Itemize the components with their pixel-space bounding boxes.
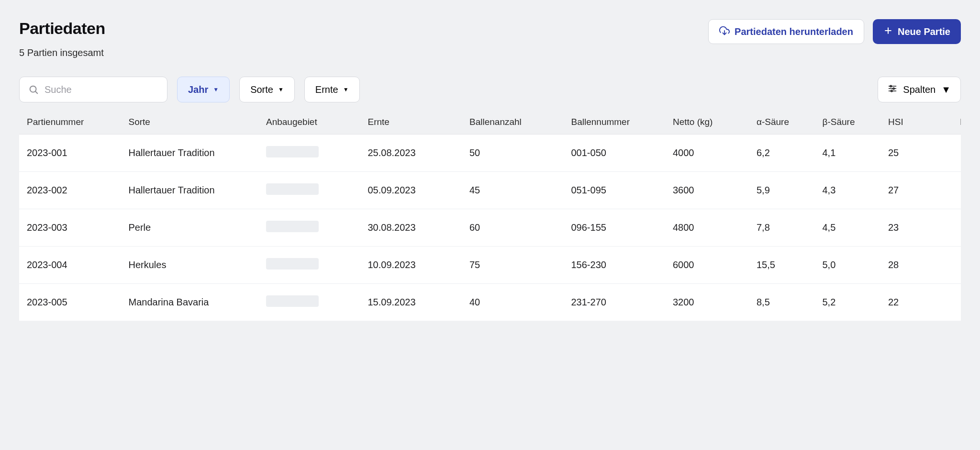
header-row: Partiedaten 5 Partien insgesamt Partieda… xyxy=(19,19,961,58)
svg-point-0 xyxy=(30,86,36,92)
cell-netto: 4000 xyxy=(665,135,749,172)
cell-alpha: 6,2 xyxy=(749,135,815,172)
table-row[interactable]: 2023-005Mandarina Bavaria15.09.202340231… xyxy=(19,284,961,321)
cell-ballennummer: 231-270 xyxy=(564,284,666,321)
new-partie-button[interactable]: Neue Partie xyxy=(873,19,961,44)
cell-hsi: 22 xyxy=(880,284,952,321)
table-scroll[interactable]: Partienummer Sorte Anbaugebiet Ernte Bal… xyxy=(19,110,961,321)
filter-variety[interactable]: Sorte ▼ xyxy=(239,77,295,102)
skeleton-placeholder xyxy=(266,183,319,195)
th-alpha[interactable]: α-Säure xyxy=(749,110,815,135)
search-field[interactable] xyxy=(19,77,167,102)
cell-ballenanzahl: 60 xyxy=(462,209,564,247)
controls-row: Jahr ▼ Sorte ▼ Ernte ▼ Spalten ▼ xyxy=(19,77,961,102)
cell-netto: 3200 xyxy=(665,284,749,321)
cell-hsi: 28 xyxy=(880,247,952,284)
download-button-label: Partiedaten herunterladen xyxy=(735,26,853,37)
th-anbaugebiet[interactable]: Anbaugebiet xyxy=(258,110,360,135)
cell-pflanzensch: EU-MRL xyxy=(952,172,961,209)
table-row[interactable]: 2023-001Hallertauer Tradition25.08.20235… xyxy=(19,135,961,172)
cell-anbaugebiet xyxy=(258,247,360,284)
search-input[interactable] xyxy=(45,84,158,95)
filter-variety-label: Sorte xyxy=(250,84,273,95)
filter-harvest[interactable]: Ernte ▼ xyxy=(304,77,360,102)
cell-ernte: 05.09.2023 xyxy=(360,172,462,209)
filter-harvest-label: Ernte xyxy=(315,84,338,95)
check-icon xyxy=(960,297,961,306)
check-icon xyxy=(960,185,961,194)
cell-netto: 6000 xyxy=(665,247,749,284)
cell-ballennummer: 096-155 xyxy=(564,209,666,247)
page-card: Partiedaten 5 Partien insgesamt Partieda… xyxy=(0,0,980,340)
cell-anbaugebiet xyxy=(258,172,360,209)
cell-anbaugebiet xyxy=(258,284,360,321)
th-hsi[interactable]: HSI xyxy=(880,110,952,135)
chevron-down-icon: ▼ xyxy=(941,84,951,95)
table-row[interactable]: 2023-002Hallertauer Tradition05.09.20234… xyxy=(19,172,961,209)
cell-hsi: 25 xyxy=(880,135,952,172)
table-body: 2023-001Hallertauer Tradition25.08.20235… xyxy=(19,135,961,321)
cell-pflanzensch: EU-MRL xyxy=(952,209,961,247)
cell-ballennummer: 156-230 xyxy=(564,247,666,284)
columns-button-label: Spalten xyxy=(903,84,935,95)
check-icon xyxy=(960,222,961,232)
cell-beta: 4,1 xyxy=(815,135,881,172)
check-icon xyxy=(960,147,961,157)
plus-icon xyxy=(883,26,893,37)
cell-partienummer: 2023-005 xyxy=(19,284,121,321)
th-netto[interactable]: Netto (kg) xyxy=(665,110,749,135)
cell-ernte: 10.09.2023 xyxy=(360,247,462,284)
skeleton-placeholder xyxy=(266,258,319,270)
cell-netto: 3600 xyxy=(665,172,749,209)
skeleton-placeholder xyxy=(266,146,319,158)
cell-beta: 4,5 xyxy=(815,209,881,247)
chevron-down-icon: ▼ xyxy=(278,86,284,93)
cell-partienummer: 2023-002 xyxy=(19,172,121,209)
th-partienummer[interactable]: Partienummer xyxy=(19,110,121,135)
cell-ballenanzahl: 75 xyxy=(462,247,564,284)
cell-anbaugebiet xyxy=(258,135,360,172)
title-block: Partiedaten 5 Partien insgesamt xyxy=(19,19,105,58)
cell-ernte: 15.09.2023 xyxy=(360,284,462,321)
download-icon xyxy=(719,25,730,38)
table-row[interactable]: 2023-003Perle30.08.202360096-15548007,84… xyxy=(19,209,961,247)
table-row[interactable]: 2023-004Herkules10.09.202375156-23060001… xyxy=(19,247,961,284)
cell-pflanzensch: EU-MRL xyxy=(952,135,961,172)
cell-ballennummer: 001-050 xyxy=(564,135,666,172)
sliders-icon xyxy=(888,84,897,96)
new-partie-label: Neue Partie xyxy=(898,26,950,37)
cell-sorte: Hallertauer Tradition xyxy=(121,172,259,209)
cell-partienummer: 2023-001 xyxy=(19,135,121,172)
cell-hsi: 27 xyxy=(880,172,952,209)
th-pflanzensch[interactable]: Pflanzensch xyxy=(952,110,961,135)
th-sorte[interactable]: Sorte xyxy=(121,110,259,135)
cell-ernte: 30.08.2023 xyxy=(360,209,462,247)
cell-beta: 4,3 xyxy=(815,172,881,209)
columns-button[interactable]: Spalten ▼ xyxy=(878,77,961,102)
cell-beta: 5,2 xyxy=(815,284,881,321)
cell-ballenanzahl: 45 xyxy=(462,172,564,209)
filter-year-label: Jahr xyxy=(188,84,208,95)
cell-alpha: 5,9 xyxy=(749,172,815,209)
skeleton-placeholder xyxy=(266,295,319,307)
search-icon xyxy=(28,84,39,95)
page-title: Partiedaten xyxy=(19,19,105,38)
cell-ballennummer: 051-095 xyxy=(564,172,666,209)
chevron-down-icon: ▼ xyxy=(213,86,219,93)
th-ballennummer[interactable]: Ballennummer xyxy=(564,110,666,135)
page-subtitle: 5 Partien insgesamt xyxy=(19,47,105,58)
parties-table: Partienummer Sorte Anbaugebiet Ernte Bal… xyxy=(19,110,961,321)
th-ernte[interactable]: Ernte xyxy=(360,110,462,135)
th-ballenanzahl[interactable]: Ballenanzahl xyxy=(462,110,564,135)
download-button[interactable]: Partiedaten herunterladen xyxy=(708,19,864,44)
cell-hsi: 23 xyxy=(880,209,952,247)
cell-anbaugebiet xyxy=(258,209,360,247)
filter-year[interactable]: Jahr ▼ xyxy=(177,77,230,102)
th-beta[interactable]: β-Säure xyxy=(815,110,881,135)
cell-pflanzensch: EU-MRL xyxy=(952,247,961,284)
cell-ballenanzahl: 50 xyxy=(462,135,564,172)
cell-sorte: Perle xyxy=(121,209,259,247)
cell-partienummer: 2023-003 xyxy=(19,209,121,247)
cell-sorte: Hallertauer Tradition xyxy=(121,135,259,172)
cell-partienummer: 2023-004 xyxy=(19,247,121,284)
